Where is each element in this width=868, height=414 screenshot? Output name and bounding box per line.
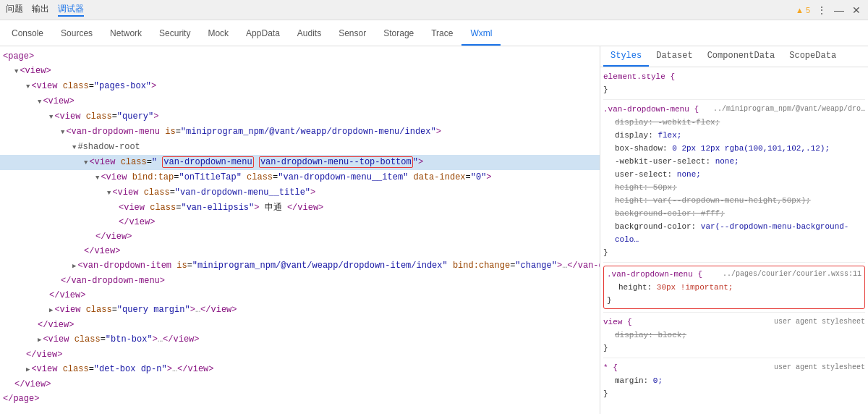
css-prop-height-50: height: 50px; bbox=[615, 181, 865, 194]
tab-network[interactable]: Network bbox=[101, 22, 150, 46]
css-selector-line: view { user agent stylesheet bbox=[603, 316, 865, 329]
title-bar: 问题 输出 调试器 ▲ 5 ⋮ — ✕ bbox=[0, 0, 868, 20]
styles-tabs: Styles Dataset ComponentData ScopeData bbox=[600, 46, 868, 67]
css-prop-display-block: display: block; bbox=[615, 329, 865, 342]
dom-line[interactable]: #shadow-root bbox=[0, 140, 600, 155]
tab-security[interactable]: Security bbox=[150, 22, 199, 46]
dom-line[interactable]: </view> bbox=[0, 377, 600, 392]
dom-line[interactable]: <view bind:tap="onTitleTap" class="van-d… bbox=[0, 170, 600, 185]
css-prop-display-webkit: display: -webkit-flex; bbox=[615, 116, 865, 129]
dom-line[interactable]: <view class="btn-box">…</view> bbox=[0, 332, 600, 347]
dom-line[interactable]: </view> bbox=[0, 229, 600, 244]
dom-line[interactable]: <view class="van-ellipsis"> 申通 </view> bbox=[0, 200, 600, 215]
css-block-element-style: element.style { } bbox=[603, 70, 865, 96]
dom-line[interactable]: <view class="van-dropdown-menu__title"> bbox=[0, 185, 600, 200]
css-close: } bbox=[603, 342, 865, 355]
title-tab-output[interactable]: 输出 bbox=[32, 3, 49, 17]
tab-sources[interactable]: Sources bbox=[52, 22, 101, 46]
dom-line[interactable]: </view> bbox=[0, 318, 600, 332]
css-block-view: view { user agent stylesheet display: bl… bbox=[603, 316, 865, 355]
css-prop-display: display: flex; bbox=[615, 129, 865, 142]
dom-line[interactable]: </van-dropdown-menu> bbox=[0, 274, 600, 288]
dom-line[interactable]: </view> bbox=[0, 347, 600, 362]
close-button[interactable]: ✕ bbox=[851, 4, 862, 16]
css-block-star: * { user agent stylesheet margin: 0; } bbox=[603, 361, 865, 400]
css-prop-box-shadow: box-shadow: 0 2px 12px rgba(100,101,102,… bbox=[615, 142, 865, 155]
css-close: } bbox=[603, 387, 865, 400]
css-close: } bbox=[603, 246, 865, 259]
title-tab-debugger[interactable]: 调试器 bbox=[58, 3, 84, 17]
tab-wxml[interactable]: Wxml bbox=[461, 22, 501, 46]
css-selector-line: .van-dropdown-menu { ../pages/courier/co… bbox=[607, 268, 861, 281]
title-bar-controls: ▲ 5 ⋮ — ✕ bbox=[796, 4, 862, 16]
devtools-tab-bar: Console Sources Network Security Mock Ap… bbox=[0, 20, 868, 46]
dom-line[interactable]: </view> bbox=[0, 244, 600, 258]
css-selector-line: element.style { bbox=[603, 70, 865, 83]
minimize-button[interactable]: — bbox=[833, 4, 845, 16]
tab-appdata[interactable]: AppData bbox=[237, 22, 289, 46]
main-layout: <page> <view> <view class="pages-box"> <… bbox=[0, 46, 868, 414]
css-selector-line: .van-dropdown-menu { ../miniprogram_npm/… bbox=[603, 103, 865, 116]
css-close: } bbox=[607, 294, 861, 307]
dom-line[interactable]: <view class="pages-box"> bbox=[0, 79, 600, 94]
more-menu-icon[interactable]: ⋮ bbox=[816, 4, 827, 16]
css-prop-webkit-user-select: -webkit-user-select: none; bbox=[615, 155, 865, 168]
dom-tree: <page> <view> <view class="pages-box"> <… bbox=[0, 46, 600, 409]
tab-styles[interactable]: Styles bbox=[603, 46, 649, 67]
dom-line[interactable]: <view> bbox=[0, 94, 600, 109]
css-block-van-dropdown-menu-1: .van-dropdown-menu { ../miniprogram_npm/… bbox=[603, 103, 865, 259]
styles-panel: Styles Dataset ComponentData ScopeData e… bbox=[600, 46, 868, 414]
title-tab-issues[interactable]: 问题 bbox=[6, 3, 23, 17]
dom-line[interactable]: <view class="query"> bbox=[0, 109, 600, 124]
tab-console[interactable]: Console bbox=[3, 22, 52, 46]
tab-sensor[interactable]: Sensor bbox=[330, 22, 375, 46]
css-prop-height-30: height: 30px !important; bbox=[618, 281, 861, 294]
tab-storage[interactable]: Storage bbox=[375, 22, 422, 46]
tab-componentdata[interactable]: ComponentData bbox=[700, 46, 783, 67]
css-selector-line: * { user agent stylesheet bbox=[603, 361, 865, 374]
warning-badge: ▲ 5 bbox=[796, 6, 810, 14]
dom-panel[interactable]: <page> <view> <view class="pages-box"> <… bbox=[0, 46, 600, 414]
dom-line[interactable]: </page> bbox=[0, 392, 600, 406]
css-close: } bbox=[603, 83, 865, 96]
css-block-van-dropdown-menu-2: .van-dropdown-menu { ../pages/courier/co… bbox=[603, 266, 865, 309]
tab-mock[interactable]: Mock bbox=[199, 22, 237, 46]
dom-line[interactable]: <van-dropdown-menu is="miniprogram_npm/@… bbox=[0, 124, 600, 140]
dom-line[interactable]: <page> bbox=[0, 49, 600, 64]
styles-content: element.style { } .van-dropdown-menu { .… bbox=[600, 67, 868, 405]
tab-dataset[interactable]: Dataset bbox=[649, 46, 699, 67]
dom-line[interactable]: <view class="det-box dp-n">…</view> bbox=[0, 362, 600, 377]
tab-trace[interactable]: Trace bbox=[422, 22, 461, 46]
dom-line[interactable]: </view> bbox=[0, 288, 600, 303]
tab-scopedata[interactable]: ScopeData bbox=[782, 46, 843, 67]
css-prop-margin: margin: 0; bbox=[615, 374, 865, 387]
dom-line[interactable]: </view> bbox=[0, 215, 600, 229]
title-tabs: 问题 输出 调试器 bbox=[6, 3, 84, 17]
dom-line[interactable]: <van-dropdown-item is="miniprogram_npm/@… bbox=[0, 258, 600, 274]
dom-line-selected[interactable]: <view class=" van-dropdown-menu van-drop… bbox=[0, 155, 600, 170]
css-prop-bg-color-white: background-color: #fff; bbox=[615, 207, 865, 220]
dom-line[interactable]: <view class="query margin">…</view> bbox=[0, 303, 600, 318]
css-prop-bg-color-var: background-color: var(--dropdown-menu-ba… bbox=[615, 220, 865, 246]
tab-audits[interactable]: Audits bbox=[289, 22, 330, 46]
css-prop-user-select: user-select: none; bbox=[615, 168, 865, 181]
css-prop-height-var: height: var(--dropdown-menu-height,50px)… bbox=[615, 194, 865, 207]
dom-line[interactable]: <view> bbox=[0, 64, 600, 79]
